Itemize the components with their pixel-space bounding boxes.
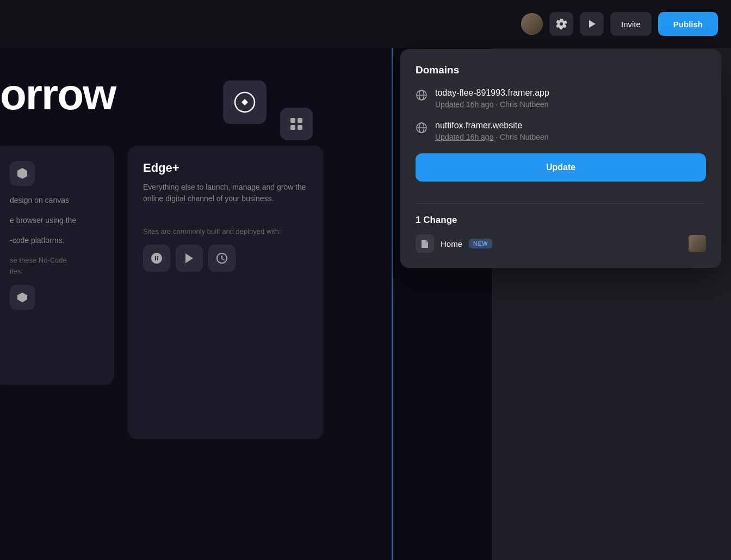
globe-icon-2: [416, 122, 428, 134]
svg-rect-2: [290, 118, 295, 123]
svg-marker-6: [185, 253, 193, 263]
card-2: Edge+ Everything else to launch, manage …: [128, 146, 324, 439]
dropdown-divider: [416, 203, 706, 204]
settings-button[interactable]: [549, 12, 573, 36]
canvas-area: orrow design on canvas e browser using t…: [0, 48, 392, 560]
canvas-title: orrow: [0, 70, 115, 120]
card2-icon3: [208, 245, 236, 272]
domain-2-author: · Chris Nutbeen: [495, 133, 548, 141]
change-author-avatar: [689, 235, 706, 252]
svg-rect-5: [298, 125, 302, 130]
card2-logo-icons: [143, 245, 308, 272]
float-card-1: [223, 80, 267, 124]
svg-marker-0: [589, 20, 596, 28]
play-icon: [586, 18, 597, 29]
invite-button[interactable]: Invite: [610, 12, 652, 36]
domain-item-2: nuttifox.framer.website Updated 16h ago …: [416, 121, 706, 141]
domain-1-meta: Updated 16h ago · Chris Nutbeen: [435, 100, 706, 109]
domain-2-meta: Updated 16h ago · Chris Nutbeen: [435, 133, 706, 141]
gear-icon: [556, 18, 567, 29]
dropdown-title: Domains: [416, 64, 706, 76]
publish-button[interactable]: Publish: [658, 12, 718, 36]
topbar: Invite Publish: [0, 0, 731, 48]
new-badge: NEW: [469, 239, 492, 248]
domain-1-author: · Chris Nutbeen: [495, 100, 548, 109]
card1-text2: e browser using the: [10, 215, 99, 226]
card2-text: Everything else to launch, manage and gr…: [143, 182, 308, 204]
card1-text1: design on canvas: [10, 195, 99, 206]
domain-2-updated-link[interactable]: Updated 16h ago: [435, 133, 493, 141]
card1-icon1: [10, 285, 35, 310]
page-icon-1: [416, 234, 434, 253]
card2-title: Edge+: [143, 161, 308, 175]
card1-text3: -code platforms.: [10, 235, 99, 246]
publish-dropdown: Domains today-flee-891993.framer.app Upd…: [400, 49, 721, 268]
changes-title: 1 Change: [416, 215, 706, 226]
domain-1-name: today-flee-891993.framer.app: [435, 88, 706, 98]
canvas-divider: [392, 48, 393, 560]
svg-rect-3: [298, 118, 302, 123]
update-button[interactable]: Update: [416, 153, 706, 182]
card1-logo-icon: [10, 161, 35, 186]
svg-rect-4: [290, 125, 295, 130]
change-item-1: Home NEW: [416, 234, 706, 253]
card1-sub1: se these No-Code: [10, 255, 99, 266]
domain-1-info: today-flee-891993.framer.app Updated 16h…: [435, 88, 706, 109]
domain-2-name: nuttifox.framer.website: [435, 121, 706, 130]
change-page-name: Home: [441, 239, 462, 248]
card1-sub2: ites:: [10, 266, 99, 277]
domain-1-updated-link[interactable]: Updated 16h ago: [435, 100, 493, 109]
domain-item-1: today-flee-891993.framer.app Updated 16h…: [416, 88, 706, 109]
globe-icon-1: [416, 89, 428, 101]
user-avatar[interactable]: [521, 13, 543, 35]
card2-sub: Sites are commonly built and deployed wi…: [143, 226, 308, 237]
card-1: design on canvas e browser using the -co…: [0, 146, 114, 385]
preview-button[interactable]: [580, 12, 604, 36]
grid-icon-float: [280, 108, 313, 140]
domain-2-info: nuttifox.framer.website Updated 16h ago …: [435, 121, 706, 141]
card1-logo-icons: [10, 285, 99, 310]
card2-icon2: [176, 245, 203, 272]
card2-icon1: [143, 245, 170, 272]
